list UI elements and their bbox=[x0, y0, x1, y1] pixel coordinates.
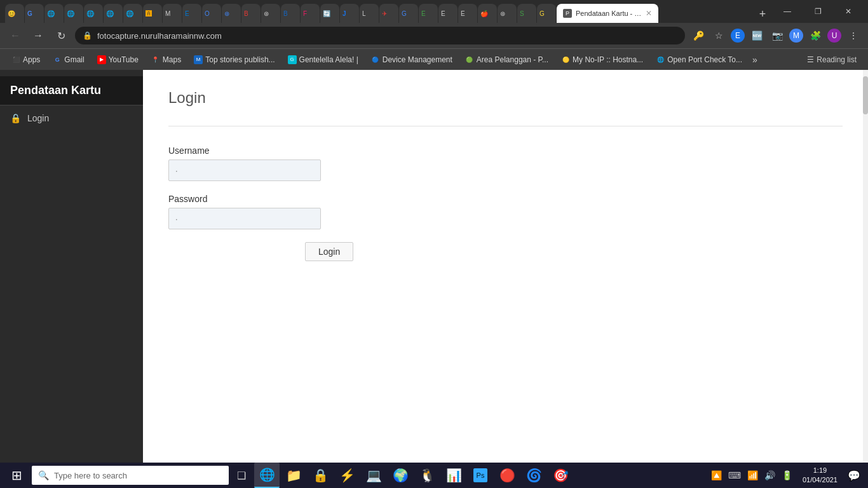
bookmarks-more-button[interactable]: » bbox=[750, 52, 760, 67]
username-input[interactable] bbox=[168, 159, 321, 181]
taskbar-app-13[interactable]: 🎯 bbox=[548, 463, 573, 488]
task-view-button[interactable]: ❑ bbox=[230, 463, 253, 488]
volume-icon[interactable]: 🔊 bbox=[762, 470, 778, 480]
tab-item[interactable]: 🅰 bbox=[143, 4, 162, 23]
tab-item[interactable]: G bbox=[537, 4, 556, 23]
password-manager-icon[interactable]: 🔑 bbox=[690, 27, 707, 44]
taskbar-app-photoshop[interactable]: Ps bbox=[468, 463, 493, 488]
new-tab-button[interactable]: + bbox=[754, 5, 771, 23]
bookmark-top-stories[interactable]: M Top stories publish... bbox=[189, 53, 280, 67]
security-icon: 🔒 bbox=[313, 468, 329, 483]
tab-item[interactable]: E bbox=[438, 4, 458, 23]
reading-list-button[interactable]: ☰ Reading list bbox=[802, 53, 862, 67]
edge-icon[interactable]: E bbox=[731, 29, 745, 43]
bookmark-maps[interactable]: 📍 Maps bbox=[146, 53, 186, 67]
screenshot-icon[interactable]: 📷 bbox=[769, 27, 785, 44]
refresh-button[interactable]: ↻ bbox=[52, 27, 70, 44]
taskbar-app-security[interactable]: 🔒 bbox=[308, 463, 333, 488]
bookmark-noip[interactable]: 🟡 My No-IP :: Hostna... bbox=[556, 53, 648, 67]
tab-item[interactable]: ⊛ bbox=[261, 4, 280, 23]
bookmark-youtube[interactable]: ▶ YouTube bbox=[92, 53, 144, 67]
scrollbar-thumb[interactable] bbox=[863, 76, 868, 114]
back-button[interactable]: ← bbox=[6, 27, 24, 44]
tab-item[interactable]: ⊛ bbox=[498, 4, 517, 23]
bookmark-gentelella[interactable]: G Gentelella Alela! | bbox=[283, 53, 363, 67]
taskbar-search[interactable]: 🔍 Type here to search bbox=[32, 466, 229, 485]
tab-item[interactable]: 🌐 bbox=[123, 4, 142, 23]
profile-icon[interactable]: M bbox=[789, 29, 803, 43]
tab-item[interactable]: 😊 bbox=[5, 4, 24, 23]
start-button[interactable]: ⊞ bbox=[3, 463, 31, 488]
tab-item[interactable]: ⊛ bbox=[222, 4, 241, 23]
bookmark-gentelella-label: Gentelella Alela! | bbox=[299, 55, 358, 64]
active-tab[interactable]: P Pendataan Kartu - f... ✕ bbox=[557, 4, 658, 23]
tab-item[interactable]: M bbox=[163, 4, 182, 23]
taskbar-apps: 🌐 📁 🔒 ⚡ 💻 🌍 🐧 📊 Ps 🔴 🌀 bbox=[254, 463, 707, 488]
tab-item[interactable]: B bbox=[241, 4, 261, 23]
taskbar-clock[interactable]: 1:19 01/04/2021 bbox=[797, 466, 843, 485]
tab-item[interactable]: G bbox=[399, 4, 418, 23]
close-button[interactable]: ✕ bbox=[834, 3, 863, 20]
active-tab-title: Pendataan Kartu - f... bbox=[576, 10, 642, 17]
tab-item[interactable]: B bbox=[281, 4, 300, 23]
tab-item[interactable]: S bbox=[517, 4, 536, 23]
tab-close-button[interactable]: ✕ bbox=[646, 9, 652, 18]
restore-button[interactable]: ❐ bbox=[803, 3, 832, 20]
tab-item[interactable]: O bbox=[202, 4, 221, 23]
tab-item[interactable]: ✈ bbox=[379, 4, 398, 23]
tab-item[interactable]: 🔄 bbox=[320, 4, 339, 23]
show-hidden-icon[interactable]: 🔼 bbox=[709, 470, 724, 480]
tab-item[interactable]: 🌐 bbox=[84, 4, 103, 23]
taskbar-app-5[interactable]: ⚡ bbox=[334, 463, 360, 488]
taskbar-app-file-explorer[interactable]: 📁 bbox=[281, 463, 306, 488]
menu-button[interactable]: ⋮ bbox=[845, 27, 862, 44]
bookmark-star-icon[interactable]: ☆ bbox=[710, 27, 727, 44]
password-input[interactable] bbox=[168, 208, 321, 229]
tab-item[interactable]: L bbox=[360, 4, 379, 23]
tab-item[interactable]: E bbox=[419, 4, 438, 23]
noip-icon: 🟡 bbox=[561, 55, 570, 64]
bookmark-top-stories-label: Top stories publish... bbox=[205, 55, 275, 64]
keyboard-icon[interactable]: ⌨ bbox=[726, 470, 743, 480]
tab-item[interactable]: F bbox=[301, 4, 320, 23]
tab-item[interactable]: 🌐 bbox=[44, 4, 64, 23]
minimize-button[interactable]: — bbox=[773, 3, 802, 20]
taskbar-app-11[interactable]: 🔴 bbox=[494, 463, 520, 488]
battery-icon[interactable]: 🔋 bbox=[779, 470, 795, 480]
taskbar-app-chrome[interactable]: 🌍 bbox=[388, 463, 413, 488]
bookmark-device-mgmt[interactable]: 🔵 Device Management bbox=[366, 53, 458, 67]
bookmark-device-mgmt-label: Device Management bbox=[383, 55, 452, 64]
taskbar-app-edge[interactable]: 🌐 bbox=[254, 463, 280, 488]
login-button[interactable]: Login bbox=[305, 242, 353, 261]
forward-button[interactable]: → bbox=[29, 27, 47, 44]
taskbar-app-9[interactable]: 📊 bbox=[441, 463, 466, 488]
tab-item[interactable]: 🌐 bbox=[64, 4, 83, 23]
bookmark-gmail[interactable]: G Gmail bbox=[48, 53, 89, 67]
tab-item[interactable]: J bbox=[340, 4, 359, 23]
bookmark-apps[interactable]: ⬛ Apps bbox=[6, 53, 45, 67]
notification-button[interactable]: 💬 bbox=[845, 470, 863, 482]
app13-icon: 🎯 bbox=[553, 468, 569, 483]
scrollbar-track[interactable] bbox=[863, 70, 868, 463]
bookmark-area-pelanggan[interactable]: 🟢 Area Pelanggan - P... bbox=[460, 53, 553, 67]
taskbar-app-vscode[interactable]: 💻 bbox=[361, 463, 386, 488]
url-display[interactable]: fotocapture.nurulharamainnw.com bbox=[97, 31, 677, 41]
tab-item[interactable]: G bbox=[25, 4, 44, 23]
app5-icon: ⚡ bbox=[339, 468, 355, 483]
windows-icon: ⊞ bbox=[11, 468, 22, 483]
profile-avatar[interactable]: U bbox=[827, 29, 841, 43]
wifi-icon[interactable]: 📶 bbox=[745, 470, 761, 480]
new-feature-icon[interactable]: 🆕 bbox=[749, 27, 765, 44]
clock-date: 01/04/2021 bbox=[803, 475, 837, 485]
tab-item[interactable]: E bbox=[458, 4, 477, 23]
tab-item[interactable]: 🌐 bbox=[104, 4, 123, 23]
sidebar: Pendataan Kartu 🔒 Login bbox=[0, 70, 143, 463]
tab-item[interactable]: E bbox=[182, 4, 201, 23]
extensions-icon[interactable]: 🧩 bbox=[807, 27, 824, 44]
taskbar-app-8[interactable]: 🐧 bbox=[414, 463, 440, 488]
taskbar-app-12[interactable]: 🌀 bbox=[521, 463, 546, 488]
bookmark-apps-label: Apps bbox=[23, 55, 40, 64]
tab-item[interactable]: 🍎 bbox=[478, 4, 497, 23]
sidebar-item-login[interactable]: 🔒 Login bbox=[0, 105, 143, 131]
bookmark-openport[interactable]: 🌐 Open Port Check To... bbox=[651, 53, 747, 67]
